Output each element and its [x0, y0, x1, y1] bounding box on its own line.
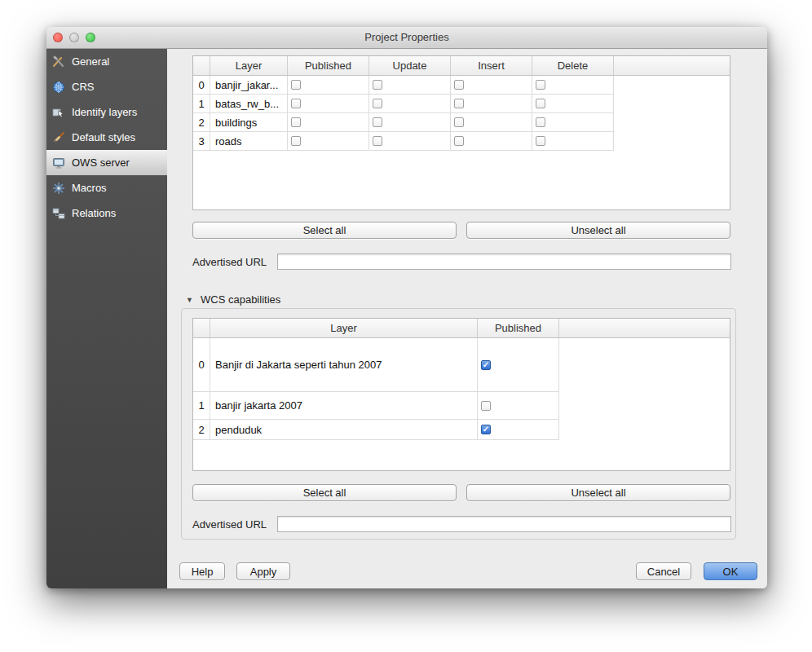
published-checkbox[interactable] — [291, 136, 301, 146]
gear-icon — [51, 181, 66, 196]
identify-cursor-icon — [51, 105, 66, 120]
layer-name-cell: Banjir di Jakarta seperti tahun 2007 — [210, 338, 478, 391]
row-number: 0 — [193, 338, 210, 391]
wfs-table-row[interactable]: 3roads — [193, 132, 614, 151]
published-cell — [478, 392, 559, 419]
wfs-advertised-url-input[interactable] — [277, 253, 731, 270]
row-number: 1 — [193, 95, 210, 112]
apply-button[interactable]: Apply — [236, 562, 290, 580]
close-button[interactable] — [53, 33, 63, 42]
published-checkbox[interactable] — [291, 117, 301, 127]
update-cell — [369, 132, 451, 150]
relations-tables-icon — [51, 206, 66, 221]
wcs-table-row[interactable]: 0Banjir di Jakarta seperti tahun 2007✓ — [193, 338, 559, 392]
corner-header — [193, 319, 210, 337]
layer-name-cell: buildings — [210, 113, 288, 131]
sidebar-item-label: General — [72, 55, 109, 68]
published-checkbox[interactable]: ✓ — [481, 360, 491, 370]
zoom-button[interactable] — [86, 33, 95, 42]
corner-header — [193, 56, 210, 75]
wcs-table-row[interactable]: 2penduduk✓ — [193, 420, 559, 440]
titlebar[interactable]: Project Properties — [46, 27, 767, 49]
column-header-insert[interactable]: Insert — [451, 56, 532, 75]
sidebar-item-label: Default styles — [72, 131, 135, 143]
wfs-table-row[interactable]: 0banjir_jakar... — [193, 76, 614, 95]
delete-cell — [532, 95, 614, 112]
layer-name-cell: banjir jakarta 2007 — [210, 392, 478, 419]
sidebar: General CRS Identify layers Default styl… — [46, 49, 167, 588]
sidebar-item-identify-layers[interactable]: Identify layers — [46, 99, 167, 125]
column-header-delete[interactable]: Delete — [532, 56, 614, 75]
cancel-button[interactable]: Cancel — [636, 562, 691, 580]
sidebar-item-label: Macros — [72, 182, 107, 194]
wcs-unselect-all-button[interactable]: Unselect all — [466, 484, 730, 501]
layer-name-cell: banjir_jakar... — [210, 76, 288, 94]
wrench-icon — [51, 55, 66, 69]
update-checkbox[interactable] — [373, 136, 382, 146]
delete-cell — [532, 113, 614, 131]
insert-cell — [451, 113, 532, 131]
wcs-table-body: 0Banjir di Jakarta seperti tahun 2007✓1b… — [193, 338, 730, 440]
sidebar-item-relations[interactable]: Relations — [46, 200, 167, 226]
wfs-table-row[interactable]: 2buildings — [193, 113, 614, 132]
wcs-table-header: Layer Published — [193, 319, 730, 338]
sidebar-item-label: CRS — [72, 81, 94, 93]
published-cell — [288, 95, 369, 112]
wfs-unselect-all-button[interactable]: Unselect all — [466, 222, 730, 239]
wfs-table-body: 0banjir_jakar...1batas_rw_b...2buildings… — [193, 76, 730, 151]
delete-checkbox[interactable] — [536, 136, 545, 146]
wcs-select-all-button[interactable]: Select all — [192, 484, 457, 501]
content-pane: Layer Published Update Insert Delete 0ba… — [167, 49, 767, 588]
wfs-select-all-button[interactable]: Select all — [192, 222, 457, 239]
published-checkbox[interactable] — [481, 401, 491, 411]
published-checkbox[interactable] — [291, 99, 301, 108]
published-checkbox[interactable] — [291, 80, 301, 90]
ok-button[interactable]: OK — [704, 562, 757, 580]
insert-cell — [451, 95, 532, 112]
delete-cell — [532, 76, 614, 94]
row-number: 2 — [193, 420, 210, 439]
server-monitor-icon — [51, 156, 66, 170]
wcs-disclosure-triangle-icon[interactable]: ▼ — [186, 296, 193, 304]
sidebar-item-macros[interactable]: Macros — [46, 175, 167, 200]
column-header-layer[interactable]: Layer — [210, 319, 478, 337]
update-cell — [369, 76, 451, 94]
delete-checkbox[interactable] — [536, 117, 545, 127]
sidebar-item-label: Relations — [72, 207, 116, 219]
wcs-table-row[interactable]: 1banjir jakarta 2007 — [193, 392, 559, 420]
column-header-published[interactable]: Published — [478, 319, 559, 337]
wcs-table: Layer Published 0Banjir di Jakarta seper… — [192, 318, 730, 471]
minimize-button[interactable] — [69, 33, 79, 42]
update-checkbox[interactable] — [373, 99, 382, 108]
update-checkbox[interactable] — [373, 80, 382, 90]
published-cell: ✓ — [478, 420, 559, 439]
column-header-published[interactable]: Published — [288, 56, 369, 75]
help-button[interactable]: Help — [179, 562, 225, 580]
delete-checkbox[interactable] — [536, 80, 545, 90]
window-title: Project Properties — [46, 27, 767, 48]
column-header-update[interactable]: Update — [369, 56, 451, 75]
wcs-advertised-url-label: Advertised URL — [192, 518, 267, 531]
delete-checkbox[interactable] — [536, 99, 545, 108]
column-header-layer[interactable]: Layer — [210, 56, 288, 75]
sidebar-item-default-styles[interactable]: Default styles — [46, 125, 167, 150]
delete-cell — [532, 132, 614, 150]
project-properties-window: Project Properties General CRS Identify … — [46, 27, 767, 588]
sidebar-item-ows-server[interactable]: OWS server — [46, 150, 167, 175]
published-cell — [288, 113, 369, 131]
insert-checkbox[interactable] — [454, 117, 464, 127]
wcs-advertised-url-input[interactable] — [277, 516, 731, 532]
sidebar-item-general[interactable]: General — [46, 49, 167, 74]
insert-checkbox[interactable] — [454, 80, 464, 90]
published-checkbox[interactable]: ✓ — [481, 425, 491, 434]
update-checkbox[interactable] — [373, 117, 382, 127]
insert-cell — [451, 76, 532, 94]
insert-checkbox[interactable] — [454, 99, 464, 108]
sidebar-item-crs[interactable]: CRS — [46, 74, 167, 99]
paintbrush-icon — [51, 130, 66, 145]
layer-name-cell: batas_rw_b... — [210, 95, 288, 112]
traffic-lights — [53, 33, 95, 42]
wfs-table-row[interactable]: 1batas_rw_b... — [193, 95, 614, 113]
wcs-section-label: WCS capabilities — [201, 293, 280, 306]
insert-checkbox[interactable] — [454, 136, 464, 146]
